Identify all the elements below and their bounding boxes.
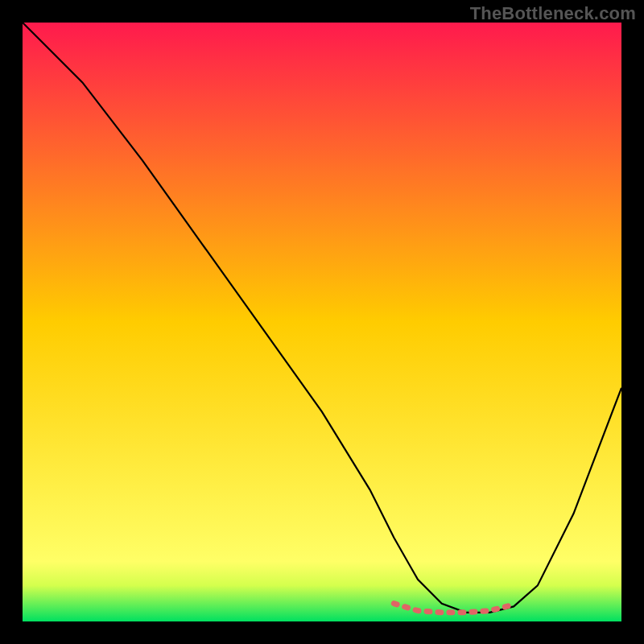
chart-svg [23, 23, 621, 621]
watermark-text: TheBottleneck.com [470, 3, 636, 24]
gradient-background [23, 23, 621, 621]
chart-plot-area [23, 23, 621, 621]
